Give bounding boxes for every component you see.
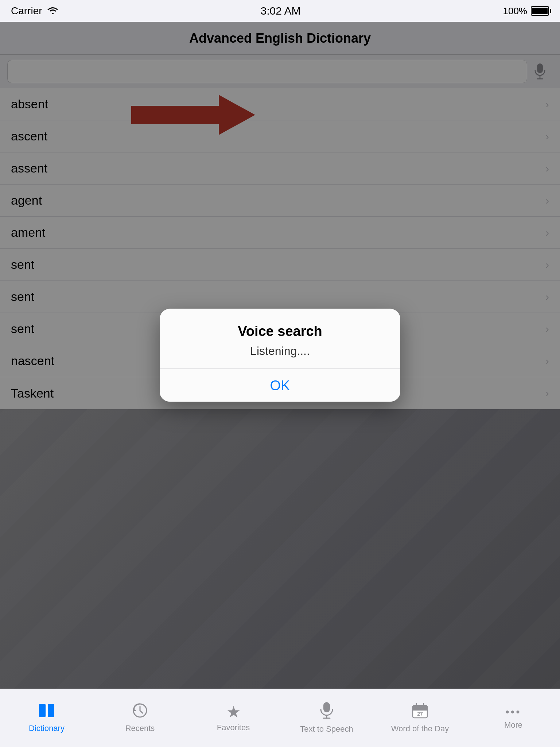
status-right: 100%	[503, 5, 549, 17]
dialog-title: Voice search	[174, 324, 386, 339]
favorites-icon: ★	[226, 704, 241, 720]
carrier-label: Carrier	[11, 5, 42, 17]
tab-label-dictionary: Dictionary	[29, 724, 65, 733]
svg-rect-13	[413, 708, 427, 711]
dialog-container: Voice search Listening.... OK	[160, 309, 400, 402]
more-icon: •••	[505, 707, 521, 717]
main-content: Advanced English Dictionary absent ›	[0, 22, 560, 689]
status-bar: Carrier 3:02 AM 100%	[0, 0, 560, 22]
time-label: 3:02 AM	[260, 5, 300, 17]
status-left: Carrier	[11, 5, 58, 17]
battery-percent: 100%	[503, 5, 527, 17]
dialog-ok-button[interactable]: OK	[160, 369, 400, 402]
battery-icon	[531, 6, 549, 16]
tab-label-favorites: Favorites	[217, 723, 250, 732]
tab-label-wotd: Word of the Day	[391, 724, 449, 734]
dialog-ok-label: OK	[270, 378, 290, 393]
svg-text:27: 27	[417, 711, 423, 717]
dialog-content: Voice search Listening....	[160, 309, 400, 369]
tab-item-favorites[interactable]: ★ Favorites	[187, 689, 280, 747]
svg-rect-4	[39, 704, 46, 717]
recents-icon	[132, 703, 148, 721]
dialog-box: Voice search Listening.... OK	[160, 309, 400, 402]
dictionary-icon	[38, 703, 55, 721]
tab-item-more[interactable]: ••• More	[467, 689, 560, 747]
dialog-message: Listening....	[174, 344, 386, 358]
dialog-button-row: OK	[160, 369, 400, 402]
wifi-icon	[47, 5, 58, 17]
tts-icon	[319, 702, 334, 721]
tab-bar: Dictionary Recents ★ Favorites Text to S…	[0, 689, 560, 747]
wotd-icon: 27	[412, 703, 428, 721]
tab-item-dictionary[interactable]: Dictionary	[0, 689, 93, 747]
svg-rect-5	[48, 704, 54, 717]
tab-label-more: More	[504, 720, 522, 730]
tab-label-tts: Text to Speech	[300, 724, 353, 734]
tab-item-tts[interactable]: Text to Speech	[280, 689, 373, 747]
svg-rect-8	[323, 702, 330, 712]
tab-label-recents: Recents	[125, 724, 155, 733]
tab-item-wotd[interactable]: 27 Word of the Day	[373, 689, 467, 747]
tab-item-recents[interactable]: Recents	[93, 689, 187, 747]
